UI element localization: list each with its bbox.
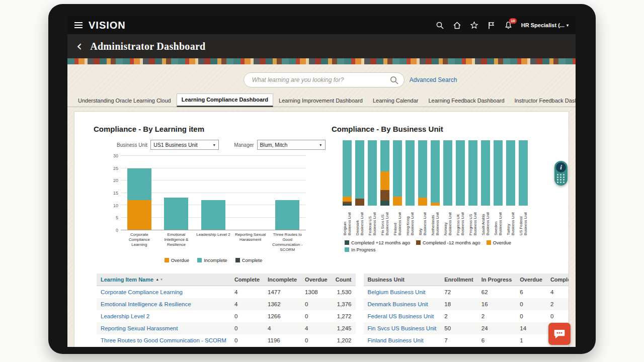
tab-learning-compliance-dashboard[interactable]: Learning Compliance Dashboard <box>177 94 273 107</box>
bar-reporting-sexual-harassment[interactable] <box>238 156 263 230</box>
column-header-enrollment: Enrollment <box>440 274 477 286</box>
bar-segment-in-progress[interactable] <box>494 140 503 206</box>
favorites-star-icon[interactable] <box>470 21 478 30</box>
legend-item-overdue: Overdue <box>165 257 189 263</box>
bar-turkey-business-unit[interactable] <box>506 140 515 206</box>
bar-segment-in-progress[interactable] <box>343 140 352 197</box>
search-input[interactable] <box>244 73 404 87</box>
bar-segment-overdue[interactable] <box>380 171 389 190</box>
bar-segment-overdue[interactable] <box>127 200 151 230</box>
tab-learning-feedback-dashboard[interactable]: Learning Feedback Dashboard <box>424 95 509 107</box>
row-link-corporate-compliance-learning[interactable]: Corporate Compliance Learning <box>101 289 183 295</box>
bar-segment-completed-12-months-ago[interactable] <box>380 201 389 206</box>
back-button[interactable]: ‹ <box>76 39 82 53</box>
manager-select[interactable]: Blum, Mitch ▼ <box>257 140 326 150</box>
bar-us-federal-business-unit[interactable] <box>519 140 528 206</box>
bar-italy-business-unit[interactable] <box>418 140 427 206</box>
flag-icon[interactable] <box>487 21 496 30</box>
notifications-bell-icon[interactable]: 10 <box>504 21 513 30</box>
row-link-leadership-level-2[interactable]: Leadership Level 2 <box>101 313 149 319</box>
sort-ascending-icon[interactable]: ▲ <box>155 278 159 281</box>
table-cell: 1,272 <box>332 310 356 322</box>
bar-segment-overdue[interactable] <box>343 197 352 202</box>
bar-segment-in-progress[interactable] <box>519 140 528 206</box>
info-icon[interactable]: i <box>556 162 566 172</box>
bar-segment-incomplete[interactable] <box>127 168 151 201</box>
bar-segment-in-progress[interactable] <box>393 140 402 197</box>
home-icon[interactable] <box>453 21 461 30</box>
bar-segment-incomplete[interactable] <box>275 200 299 230</box>
legend-swatch <box>487 240 491 245</box>
bar-segment-in-progress[interactable] <box>418 140 427 198</box>
bar-leadership-level-2[interactable] <box>201 156 225 230</box>
bar-segment-in-progress[interactable] <box>431 140 440 203</box>
tab-learning-calendar[interactable]: Learning Calendar <box>368 95 423 107</box>
help-widget[interactable]: i <box>554 161 568 186</box>
row-link-fin-svcs-us-business-unit[interactable]: Fin Svcs US Business Unit <box>368 325 437 331</box>
bar-denmark-business-unit[interactable] <box>355 140 364 206</box>
bar-segment-in-progress[interactable] <box>506 140 515 206</box>
chat-button[interactable] <box>548 323 571 345</box>
bar-segment-completed-12-months-ago[interactable] <box>380 190 389 201</box>
row-link-federal-us-business-unit[interactable]: Federal US Business Unit <box>368 313 434 319</box>
bar-segment-overdue[interactable] <box>431 203 440 206</box>
bar-sweden-business-unit[interactable] <box>494 140 503 206</box>
table-cell: 4 <box>230 286 264 299</box>
bar-segment-overdue[interactable] <box>418 198 427 206</box>
bar-segment-in-progress[interactable] <box>481 140 490 206</box>
row-link-denmark-business-unit[interactable]: Denmark Business Unit <box>368 301 428 307</box>
bar-segment-in-progress[interactable] <box>368 140 377 206</box>
bar-segment-in-progress[interactable] <box>355 140 364 199</box>
tab-understanding-oracle-learning-cloud[interactable]: Understanding Oracle Learning Cloud <box>73 95 176 107</box>
bar-corporate-compliance-learning[interactable] <box>127 156 151 230</box>
column-header-overdue: Overdue <box>516 274 546 286</box>
bar-segment-overdue[interactable] <box>393 197 402 206</box>
section-title: Compliance - By Learning item <box>94 125 328 133</box>
table-cell: 1,245 <box>332 322 356 334</box>
advanced-search-link[interactable]: Advanced Search <box>410 76 457 83</box>
bar-federal-us-business-unit[interactable] <box>368 140 377 206</box>
bar-segment-in-progress[interactable] <box>468 140 477 206</box>
bar-segment-completed-12-months-ago[interactable] <box>343 204 352 206</box>
bar-saudi-arabia-business-unit[interactable] <box>481 140 490 206</box>
table-cell: 1,530 <box>332 286 356 299</box>
x-axis-label: Three Routes to Good Communication - SCO… <box>269 232 306 252</box>
y-tick-label: 20 <box>113 178 118 183</box>
user-menu[interactable]: HR Specialist (... ▾ <box>521 22 569 28</box>
bar-emotional-intelligence-resilience[interactable] <box>164 156 188 230</box>
bar-segment-in-progress[interactable] <box>380 140 389 171</box>
row-link-finland-business-unit[interactable]: Finland Business Unit <box>368 337 424 343</box>
tables-row: Learning Item Name▲▼CompleteIncompleteOv… <box>74 274 569 346</box>
row-link-reporting-sexual-harassment[interactable]: Reporting Sexual Harassment <box>101 325 178 331</box>
row-link-emotional-intelligence-resilience[interactable]: Emotional Intelligence & Resilience <box>101 301 191 307</box>
column-header-learning-item-name[interactable]: Learning Item Name▲▼ <box>97 274 230 286</box>
bar-segment-completed-12-months-ago[interactable] <box>355 199 364 206</box>
bar-three-routes-to-good-communication-scorm[interactable] <box>275 156 299 230</box>
bar-segment-in-progress[interactable] <box>406 140 415 206</box>
column-menu-icon[interactable]: ▼ <box>160 278 163 281</box>
search-submit-icon[interactable] <box>389 75 399 85</box>
bar-progress-uk-business-unit[interactable] <box>456 140 465 206</box>
row-link-belgium-business-unit[interactable]: Belgium Business Unit <box>368 289 426 295</box>
bar-segment-in-progress[interactable] <box>456 140 465 206</box>
bar-netherlands-business-unit[interactable] <box>431 140 440 206</box>
bar-fin-svcs-us-business-unit[interactable] <box>380 140 389 206</box>
bar-segment-incomplete[interactable] <box>164 198 188 230</box>
x-axis-label: US FederalBusiness Unit <box>517 207 529 236</box>
menu-icon[interactable] <box>74 21 83 30</box>
bar-hong-kong-business-unit[interactable] <box>406 140 415 206</box>
column-header-business-unit: Business Unit <box>364 274 441 286</box>
row-link-three-routes-to-good-communication-scorm[interactable]: Three Routes to Good Communication - SCO… <box>101 337 226 343</box>
x-axis-label: DenmarkBusiness Unit <box>353 207 366 236</box>
table-cell: 2 <box>477 310 516 322</box>
bar-segment-incomplete[interactable] <box>201 200 225 230</box>
tab-learning-improvement-dashboard[interactable]: Learning Improvement Dashboard <box>274 95 367 107</box>
tab-instructor-feedback-dashboard[interactable]: Instructor Feedback Dashboard <box>510 95 576 107</box>
bar-progress-us-business-unit[interactable] <box>468 140 477 206</box>
bar-finland-business-unit[interactable] <box>393 140 402 206</box>
bar-segment-in-progress[interactable] <box>443 140 452 206</box>
business-unit-select[interactable]: US1 Business Unit ▼ <box>150 140 219 150</box>
bar-belgium-business-unit[interactable] <box>343 140 352 206</box>
bar-norway-business-unit[interactable] <box>443 140 452 206</box>
search-icon[interactable] <box>436 21 444 30</box>
